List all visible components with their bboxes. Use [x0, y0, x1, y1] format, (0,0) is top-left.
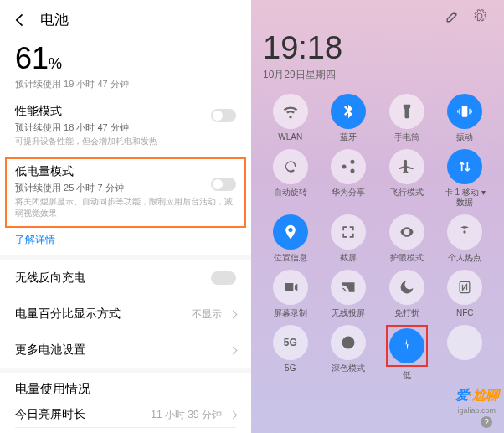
- qs-tile-label: 护眼模式: [390, 253, 424, 263]
- qs-tile-wifi[interactable]: WLAN: [263, 94, 318, 142]
- performance-sub: 预计续使用 18 小时 47 分钟: [15, 121, 236, 134]
- qs-tile-label: 屏幕录制: [274, 308, 307, 318]
- svg-rect-2: [458, 110, 459, 112]
- qs-tile-share[interactable]: 华为分享: [321, 149, 377, 208]
- qs-tile-dark[interactable]: 深色模式: [321, 325, 377, 380]
- svg-rect-0: [462, 106, 468, 116]
- qs-tile-eye[interactable]: 护眼模式: [379, 214, 435, 263]
- qs-tile-label: 低: [403, 370, 411, 380]
- wifi-icon[interactable]: [273, 94, 308, 129]
- chevron-right-icon: [229, 410, 238, 419]
- qs-tile-label: 5G: [285, 363, 296, 374]
- chevron-right-icon: [229, 346, 238, 354]
- edit-icon[interactable]: [445, 8, 460, 23]
- qs-tile-label: 自动旋转: [274, 188, 307, 198]
- hotspot-icon[interactable]: [447, 214, 482, 250]
- performance-desc: 可提升设备性能，但会增加耗电和发热: [15, 136, 236, 147]
- qs-tile-label: 振动: [456, 132, 473, 142]
- screen-on-time-row[interactable]: 今日亮屏时长 11 小时 39 分钟: [0, 402, 251, 427]
- back-icon[interactable]: [12, 12, 28, 28]
- page-header: 电池: [0, 7, 251, 38]
- qs-tile-rotate[interactable]: 自动旋转: [263, 149, 318, 208]
- location-icon[interactable]: [273, 214, 308, 250]
- airplane-icon[interactable]: [389, 149, 424, 184]
- qs-tile-label: 飞行模式: [390, 188, 424, 198]
- reverse-charge-toggle[interactable]: [211, 271, 236, 285]
- lowpower-toggle[interactable]: [211, 178, 236, 191]
- quick-settings-panel: 19:18 10月29日星期四 WLAN蓝牙手电筒振动自动旋转华为分享飞行模式卡…: [251, 0, 504, 433]
- lowpower-desc: 将关闭熄屏显示、自动同步等功能，限制应用后台活动，减弱视觉效果: [15, 196, 236, 219]
- qs-tile-hotspot[interactable]: 个人热点: [438, 214, 493, 263]
- svg-rect-4: [471, 110, 472, 112]
- svg-rect-3: [470, 109, 471, 115]
- qs-tile-data[interactable]: 卡 1 移动 ▾ 数据: [438, 149, 493, 208]
- battery-percent: 61%: [0, 38, 251, 78]
- cast-icon[interactable]: [331, 270, 366, 305]
- qs-tile-vibrate[interactable]: 振动: [438, 94, 493, 142]
- svg-rect-1: [460, 109, 460, 115]
- record-icon[interactable]: [273, 270, 308, 305]
- lowpower-sub: 预计续使用 25 小时 7 分钟: [15, 182, 236, 194]
- share-icon[interactable]: [331, 149, 366, 184]
- qs-tile-label: 华为分享: [332, 188, 365, 198]
- data-icon[interactable]: [447, 149, 482, 184]
- rotate-icon[interactable]: [273, 149, 308, 184]
- lowpower-icon[interactable]: [389, 328, 424, 363]
- reverse-charge-row[interactable]: 无线反向充电: [0, 260, 251, 296]
- qs-tile-bluetooth[interactable]: 蓝牙: [321, 94, 377, 142]
- performance-mode-row[interactable]: 性能模式 预计续使用 18 小时 47 分钟 可提升设备性能，但会增加耗电和发热: [0, 97, 251, 156]
- qs-tile-label: 无线投屏: [332, 308, 365, 318]
- qs-tile-5g[interactable]: 5G5G: [263, 325, 318, 380]
- chevron-right-icon: [229, 310, 238, 318]
- percent-value: 61: [15, 41, 49, 75]
- dark-icon[interactable]: [331, 325, 366, 360]
- more-settings-label: 更多电池设置: [15, 343, 85, 358]
- learn-more-link[interactable]: 了解详情: [0, 231, 251, 255]
- qs-tile-label: 免打扰: [394, 308, 419, 318]
- dnd-icon[interactable]: [389, 270, 424, 305]
- flashlight-icon[interactable]: [389, 94, 424, 129]
- nfc-icon[interactable]: [447, 270, 482, 305]
- watermark-url: igaliao.com: [457, 406, 496, 415]
- gear-icon[interactable]: [472, 8, 487, 23]
- qs-tile-nfc[interactable]: NFC: [438, 270, 493, 318]
- eye-icon[interactable]: [389, 214, 424, 250]
- vibrate-icon[interactable]: [447, 94, 482, 129]
- page-title: 电池: [40, 10, 69, 29]
- low-power-mode-row[interactable]: 低电量模式 预计续使用 25 小时 7 分钟 将关闭熄屏显示、自动同步等功能，限…: [5, 157, 246, 228]
- qs-tile-airplane[interactable]: 飞行模式: [379, 149, 435, 208]
- percent-display-label: 电量百分比显示方式: [15, 307, 121, 322]
- usage-header: 电量使用情况: [0, 373, 251, 402]
- qs-tile-location[interactable]: 位置信息: [263, 214, 318, 263]
- screen-on-label: 今日亮屏时长: [15, 407, 85, 422]
- bluetooth-icon[interactable]: [331, 94, 366, 129]
- qs-tile-label: 个人热点: [448, 253, 481, 263]
- qs-tile-flashlight[interactable]: 手电筒: [379, 94, 435, 142]
- qs-tile-label: WLAN: [278, 132, 302, 142]
- qs-tile-label: NFC: [456, 308, 474, 318]
- performance-toggle[interactable]: [211, 109, 236, 122]
- question-icon: ?: [481, 416, 492, 428]
- reverse-charge-label: 无线反向充电: [15, 271, 85, 286]
- qs-tile-dnd[interactable]: 免打扰: [379, 270, 435, 318]
- qs-tile-label: 截屏: [340, 253, 357, 263]
- estimate-text: 预计续使用 19 小时 47 分钟: [0, 78, 251, 97]
- qs-tile-cast[interactable]: 无线投屏: [321, 270, 377, 318]
- more-battery-settings-row[interactable]: 更多电池设置: [0, 332, 251, 368]
- screen-on-value: 11 小时 39 分钟: [151, 408, 222, 422]
- screenshot-icon[interactable]: [331, 214, 366, 250]
- qs-tile-label: 卡 1 移动 ▾ 数据: [440, 188, 490, 208]
- qs-tile-lowpower[interactable]: 低: [379, 325, 435, 380]
- statusbar-actions: [263, 8, 492, 27]
- blank-icon[interactable]: [447, 325, 482, 360]
- 5g-icon[interactable]: 5G: [273, 325, 308, 360]
- qs-tile-label: 位置信息: [274, 253, 307, 263]
- qs-tile-screenshot[interactable]: 截屏: [321, 214, 377, 263]
- performance-title: 性能模式: [15, 104, 236, 119]
- qs-tile-label: 深色模式: [332, 363, 365, 374]
- watermark-logo: 爱·尬聊: [455, 387, 499, 405]
- qs-tile-record[interactable]: 屏幕录制: [263, 270, 318, 318]
- percent-display-row[interactable]: 电量百分比显示方式 不显示: [0, 296, 251, 332]
- qs-tile-label: 蓝牙: [340, 132, 357, 142]
- qs-tile-blank[interactable]: [438, 325, 493, 380]
